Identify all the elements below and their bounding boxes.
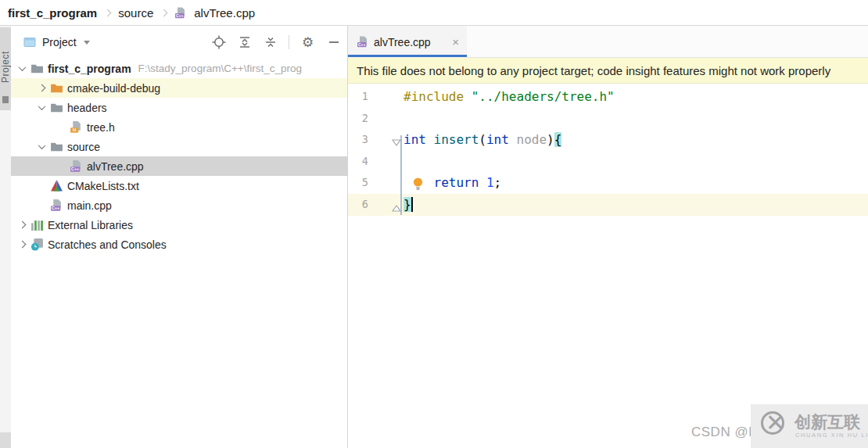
project-tool-window-button[interactable]: Project: [0, 27, 11, 110]
banner-text: This file does not belong to any project…: [357, 64, 830, 77]
code-line[interactable]: return 1;: [404, 172, 868, 194]
tree-row[interactable]: source: [11, 137, 347, 156]
ide-window: first_c_program source C++ alvTree.cpp P…: [0, 0, 868, 448]
breadcrumb-item-project[interactable]: first_c_program: [8, 6, 97, 20]
tree-row[interactable]: C++alvTree.cpp: [11, 156, 347, 176]
cpp-file-icon: C++: [357, 36, 369, 48]
header-file-icon: H: [70, 120, 83, 134]
tree-item-label: first_c_program: [48, 63, 131, 75]
tree-item-label: main.cpp: [67, 199, 112, 212]
close-icon[interactable]: ×: [452, 36, 459, 48]
code-token: [509, 132, 517, 147]
code-line[interactable]: #include "../headers/tree.h": [404, 86, 868, 108]
tree-item-label: tree.h: [87, 121, 115, 134]
logo-subtitle: CHUANG XIN HU LIAN: [795, 432, 868, 439]
locate-file-button[interactable]: [211, 35, 226, 50]
tree-row[interactable]: headers: [11, 98, 347, 117]
code-line[interactable]: [404, 108, 868, 130]
code-lines[interactable]: #include "../headers/tree.h"int insert(i…: [404, 86, 868, 215]
tree-row[interactable]: External Libraries: [11, 215, 347, 235]
code-line[interactable]: [404, 151, 868, 173]
tree-row[interactable]: Scratches and Consoles: [11, 235, 347, 254]
tree-item-label: External Libraries: [48, 219, 133, 231]
line-number[interactable]: 2: [348, 108, 368, 130]
project-stripe-label: Project: [0, 34, 11, 101]
code-line[interactable]: }: [404, 194, 868, 216]
svg-text:C++: C++: [176, 13, 184, 18]
project-view-selector[interactable]: Project: [42, 36, 77, 48]
chevron-spacer: [35, 199, 48, 212]
svg-text:C++: C++: [71, 167, 79, 171]
code-token: [464, 89, 472, 104]
fold-close-icon[interactable]: [392, 201, 401, 209]
cmake-file-icon: [50, 179, 63, 192]
line-number[interactable]: 4: [348, 151, 368, 173]
chevron-down-icon[interactable]: [84, 41, 90, 45]
code-token: return: [434, 175, 479, 190]
code-token: {: [554, 132, 562, 147]
chevron-down-icon[interactable]: [16, 63, 28, 75]
settings-gear-icon[interactable]: ⚙: [300, 35, 315, 50]
folder-icon: [30, 62, 44, 75]
code-token: int: [486, 132, 509, 147]
chevron-right-icon[interactable]: [16, 238, 28, 251]
logo-watermark: ✕ 创新互联 CHUANG XIN HU LIAN: [751, 404, 868, 448]
tree-item-label: alvTree.cpp: [87, 160, 144, 173]
svg-text:C++: C++: [358, 42, 366, 47]
hide-panel-button[interactable]: [326, 35, 341, 50]
code-token: node: [517, 132, 547, 147]
cpp-file-icon: C++: [70, 159, 83, 173]
expand-all-button[interactable]: [237, 35, 252, 50]
code-token: (: [479, 132, 486, 147]
chevron-right-icon[interactable]: [35, 82, 48, 95]
project-view-icon: [23, 36, 36, 48]
breadcrumb-item-file[interactable]: alvTree.cpp: [194, 6, 255, 20]
breadcrumb-chevron-icon: [160, 9, 168, 16]
tree-item-label: headers: [67, 102, 107, 114]
tree-row[interactable]: first_c_programF:\stady_program\C++\firs…: [11, 59, 347, 78]
chevron-spacer: [55, 160, 67, 173]
project-panel-header: Project: [11, 26, 347, 59]
tree-row[interactable]: Htree.h: [11, 117, 347, 137]
cpp-file-icon: C++: [50, 199, 63, 212]
collapse-all-button[interactable]: [263, 35, 278, 50]
folder-icon: [50, 101, 63, 114]
line-number[interactable]: 1: [348, 86, 368, 108]
code-line[interactable]: int insert(int node){: [404, 129, 868, 151]
code-token: ;: [494, 175, 502, 190]
project-panel: Project: [11, 26, 347, 448]
chevron-down-icon[interactable]: [35, 141, 48, 153]
code-token: ): [547, 132, 554, 147]
folder-icon: [50, 140, 63, 153]
line-number[interactable]: 5: [348, 172, 368, 194]
tool-window-stripe: Project: [0, 26, 11, 448]
code-token: int: [404, 132, 426, 147]
stripe-bottom-button[interactable]: [0, 432, 11, 448]
code-token: }: [404, 197, 411, 212]
chevron-right-icon[interactable]: [16, 219, 28, 231]
project-target-warning-banner: This file does not belong to any project…: [348, 58, 868, 84]
tree-item-label: cmake-build-debug: [67, 82, 160, 95]
project-toolbar: ⚙: [211, 35, 341, 50]
code-token: 1: [486, 175, 494, 190]
tab-alvtree-cpp[interactable]: C++ alvTree.cpp ×: [348, 26, 467, 58]
csdn-watermark: CSDN @F: [691, 425, 757, 440]
tool-window-indicator: [2, 96, 9, 103]
tree-row[interactable]: CMakeLists.txt: [11, 176, 347, 195]
editor-gutter[interactable]: 123456: [348, 86, 368, 215]
active-tab-underline: [348, 55, 467, 57]
code-token: [426, 132, 434, 147]
line-number[interactable]: 3: [348, 129, 368, 151]
tree-row[interactable]: C++main.cpp: [11, 195, 347, 215]
tree-item-label: CMakeLists.txt: [67, 180, 139, 192]
libraries-icon: [30, 218, 44, 231]
fold-open-icon[interactable]: [392, 136, 401, 144]
tree-item-label: source: [67, 141, 100, 153]
line-number[interactable]: 6: [348, 194, 368, 216]
code-editor-area[interactable]: 123456 #include "../headers/tree.h"int i…: [348, 84, 868, 447]
chevron-down-icon[interactable]: [35, 102, 48, 114]
svg-text:H: H: [73, 127, 76, 132]
intention-bulb-icon[interactable]: [412, 177, 424, 190]
breadcrumb-item-source[interactable]: source: [118, 6, 153, 20]
tree-row[interactable]: cmake-build-debug: [11, 78, 347, 98]
